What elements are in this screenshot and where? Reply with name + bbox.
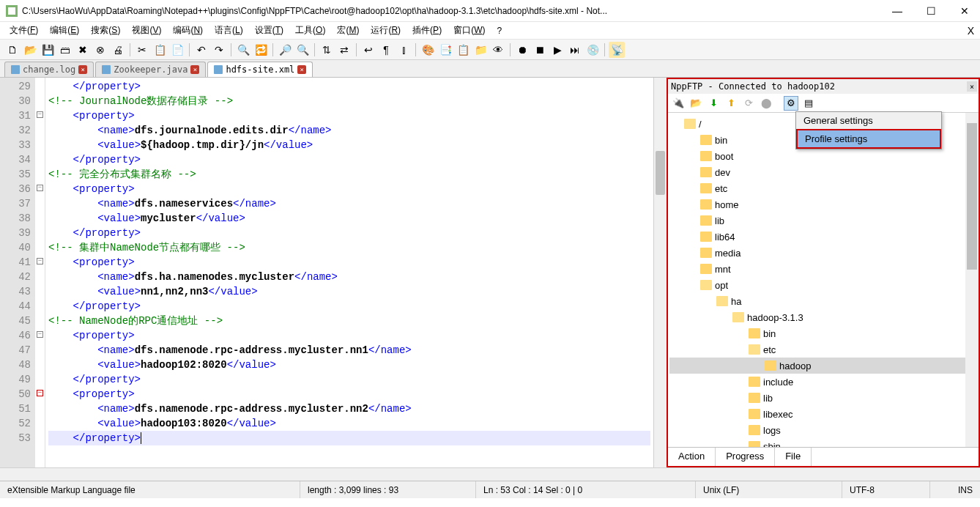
tree-scrollbar[interactable] [965, 113, 979, 447]
ftp-tab-Progress[interactable]: Progress [716, 448, 775, 466]
editor[interactable]: 2930313233343536373839404142434445464748… [0, 78, 667, 467]
menu-视图(V)[interactable]: 视图(V) [127, 23, 166, 38]
menu-插件(P)[interactable]: 插件(P) [407, 23, 447, 38]
vertical-scrollbar[interactable] [653, 78, 667, 467]
menu-编辑(E)[interactable]: 编辑(E) [45, 23, 84, 38]
ftp-tree[interactable]: /binbootdevetchomeliblib64mediamntopthah… [668, 113, 979, 447]
ftp-tab-Action[interactable]: Action [668, 448, 716, 466]
fold-gutter[interactable]: − − − − − [35, 78, 45, 467]
ftp-refresh-icon[interactable]: ⟳ [741, 96, 756, 111]
tree-node-media[interactable]: media [669, 245, 977, 261]
tree-node-include[interactable]: include [669, 374, 977, 390]
tab-Zookeeper.java[interactable]: Zookeeper.java× [95, 62, 206, 77]
tree-node-etc[interactable]: etc [669, 180, 977, 196]
tree-node-hadoop[interactable]: hadoop [669, 358, 977, 374]
play-multi-icon[interactable]: ⏭ [567, 42, 583, 58]
find-icon[interactable]: 🔍 [235, 42, 251, 58]
copy-icon[interactable]: 📋 [152, 42, 168, 58]
tree-node-etc[interactable]: etc [669, 341, 977, 358]
redo-icon[interactable]: ↷ [211, 42, 227, 58]
tree-node-bin[interactable]: bin [669, 325, 977, 341]
sync-v-icon[interactable]: ⇅ [319, 42, 335, 58]
doc-map-icon[interactable]: 📑 [437, 42, 453, 58]
tree-node-sbin[interactable]: sbin [669, 438, 977, 447]
close-icon[interactable]: ✖ [75, 42, 91, 58]
tree-node-libexec[interactable]: libexec [669, 406, 977, 422]
tree-node-hadoop-3.1.3[interactable]: hadoop-3.1.3 [669, 309, 977, 325]
ftp-upload-icon[interactable]: ⬆ [724, 96, 738, 111]
monitor-icon[interactable]: 👁 [490, 42, 506, 58]
save-icon[interactable]: 💾 [40, 42, 56, 58]
menu-宏(M)[interactable]: 宏(M) [332, 23, 364, 38]
tree-node-ha[interactable]: ha [669, 293, 977, 309]
tree-node-lib[interactable]: lib [669, 212, 977, 229]
menu-设置(T)[interactable]: 设置(T) [250, 23, 289, 38]
menu-编码(N)[interactable]: 编码(N) [168, 23, 208, 38]
status-ins[interactable]: INS [930, 481, 980, 498]
open-file-icon[interactable]: 📂 [22, 42, 38, 58]
menu-搜索(S)[interactable]: 搜索(S) [86, 23, 125, 38]
tree-node-lib[interactable]: lib [669, 390, 977, 406]
menu-工具(O)[interactable]: 工具(O) [290, 23, 330, 38]
indent-guide-icon[interactable]: ⫿ [396, 42, 412, 58]
lang-icon[interactable]: 🎨 [420, 42, 436, 58]
ftp-messages-icon[interactable]: ▤ [801, 96, 816, 111]
tree-node-home[interactable]: home [669, 196, 977, 212]
tab-close-icon[interactable]: × [297, 65, 306, 74]
tree-node-boot[interactable]: boot [669, 148, 977, 164]
zoom-out-icon[interactable]: 🔍 [294, 42, 311, 58]
ftp-tab-File[interactable]: File [775, 448, 812, 466]
close-button[interactable]: ✕ [955, 5, 974, 17]
ftp-abort-icon[interactable]: ⬤ [759, 96, 773, 111]
ftp-settings-icon[interactable]: ⚙ [784, 96, 798, 111]
ftp-open-icon[interactable]: 📂 [688, 96, 703, 111]
tab-hdfs-site.xml[interactable]: hdfs-site.xml× [207, 62, 313, 77]
ftp-close-icon[interactable]: × [967, 81, 977, 92]
show-all-chars-icon[interactable]: ¶ [378, 42, 394, 58]
tree-node-logs[interactable]: logs [669, 422, 977, 438]
menu-general-settings[interactable]: General settings [796, 112, 941, 129]
tab-change.log[interactable]: change.log× [4, 62, 94, 77]
zoom-in-icon[interactable]: 🔎 [277, 42, 293, 58]
sync-h-icon[interactable]: ⇄ [336, 42, 352, 58]
menu-窗口(W)[interactable]: 窗口(W) [448, 23, 490, 38]
menu-语言(L)[interactable]: 语言(L) [209, 23, 248, 38]
status-eol[interactable]: Unix (LF) [696, 481, 842, 498]
menu-profile-settings[interactable]: Profile settings [796, 129, 941, 149]
horizontal-scrollbar[interactable] [0, 467, 980, 481]
maximize-button[interactable]: ☐ [921, 5, 940, 17]
paste-icon[interactable]: 📄 [169, 42, 185, 58]
menu-运行(R)[interactable]: 运行(R) [365, 23, 406, 38]
folder-icon [749, 377, 760, 387]
new-file-icon[interactable]: 🗋 [4, 42, 21, 58]
code-area[interactable]: </property><!-- JournalNode数据存储目录 --> <p… [45, 78, 653, 467]
save-all-icon[interactable]: 🗃 [57, 42, 73, 58]
func-list-icon[interactable]: 📋 [455, 42, 471, 58]
cut-icon[interactable]: ✂ [134, 42, 150, 58]
wordwrap-icon[interactable]: ↩ [360, 42, 376, 58]
menu-?[interactable]: ? [491, 24, 507, 37]
close-all-icon[interactable]: ⊗ [92, 42, 108, 58]
record-macro-icon[interactable]: ⏺ [514, 42, 530, 58]
tab-close-icon[interactable]: × [190, 65, 199, 74]
tree-node-dev[interactable]: dev [669, 164, 977, 180]
print-icon[interactable]: 🖨 [110, 42, 126, 58]
folder-panel-icon[interactable]: 📁 [472, 42, 489, 58]
save-macro-icon[interactable]: 💿 [584, 42, 601, 58]
stop-macro-icon[interactable]: ⏹ [532, 42, 548, 58]
tree-node-mnt[interactable]: mnt [669, 261, 977, 277]
tree-node-lib64[interactable]: lib64 [669, 229, 977, 245]
tree-node-opt[interactable]: opt [669, 277, 977, 293]
tab-close-icon[interactable]: × [78, 65, 87, 74]
tab-close-x[interactable]: X [968, 25, 974, 37]
status-enc[interactable]: UTF-8 [842, 481, 930, 498]
ftp-download-icon[interactable]: ⬇ [706, 96, 721, 111]
nppftp-icon[interactable]: 📡 [609, 42, 625, 58]
menu-文件(F)[interactable]: 文件(F) [4, 23, 43, 38]
minimize-button[interactable]: ― [888, 5, 907, 17]
ftp-settings-menu: General settings Profile settings [795, 111, 942, 149]
replace-icon[interactable]: 🔁 [253, 42, 269, 58]
ftp-connect-icon[interactable]: 🔌 [671, 96, 686, 111]
play-macro-icon[interactable]: ▶ [549, 42, 565, 58]
undo-icon[interactable]: ↶ [193, 42, 209, 58]
